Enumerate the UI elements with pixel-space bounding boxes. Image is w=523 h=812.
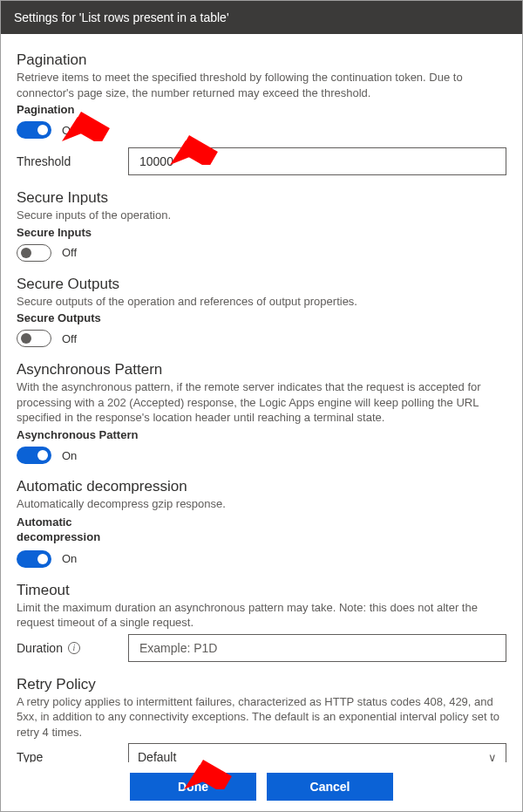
retry-type-select[interactable]: Default ∨ — [128, 743, 506, 762]
threshold-input[interactable] — [128, 147, 506, 175]
async-pattern-heading: Asynchronous Pattern — [17, 361, 506, 379]
section-auto-decompression: Automatic decompression Automatically de… — [17, 478, 506, 568]
retry-type-value: Default — [138, 750, 176, 762]
duration-input[interactable] — [128, 634, 506, 662]
cancel-button[interactable]: Cancel — [267, 773, 393, 801]
secure-outputs-toggle-state: Off — [62, 332, 77, 345]
secure-inputs-label: Secure Inputs — [17, 226, 506, 239]
pagination-toggle-state: On — [62, 124, 77, 137]
retry-type-label: Type — [17, 750, 121, 762]
secure-inputs-heading: Secure Inputs — [17, 189, 506, 207]
done-button[interactable]: Done — [130, 773, 256, 801]
auto-decompression-toggle-state: On — [62, 552, 77, 565]
info-icon[interactable]: i — [68, 642, 80, 654]
secure-outputs-heading: Secure Outputs — [17, 276, 506, 293]
section-retry-policy: Retry Policy A retry policy applies to i… — [17, 676, 506, 762]
pagination-heading: Pagination — [17, 51, 506, 69]
secure-outputs-description: Secure outputs of the operation and refe… — [17, 294, 506, 310]
section-async-pattern: Asynchronous Pattern With the asynchrono… — [17, 361, 506, 464]
auto-decompression-label: Automatic decompression — [17, 515, 112, 545]
secure-inputs-toggle[interactable] — [17, 244, 51, 262]
dialog-footer: Done Cancel — [1, 762, 522, 811]
dialog-content: Pagination Retrieve items to meet the sp… — [1, 34, 522, 762]
duration-label: Duration i — [17, 641, 121, 655]
timeout-description: Limit the maximum duration an asynchrono… — [17, 600, 506, 631]
async-pattern-toggle-state: On — [62, 449, 77, 462]
secure-inputs-toggle-state: Off — [62, 246, 77, 259]
section-timeout: Timeout Limit the maximum duration an as… — [17, 582, 506, 662]
section-pagination: Pagination Retrieve items to meet the sp… — [17, 51, 506, 175]
async-pattern-toggle[interactable] — [17, 447, 51, 464]
toggle-knob-icon — [37, 450, 48, 461]
toggle-knob-icon — [37, 125, 48, 135]
chevron-down-icon: ∨ — [488, 751, 497, 762]
async-pattern-description: With the asynchronous pattern, if the re… — [17, 379, 506, 426]
pagination-description: Retrieve items to meet the specified thr… — [17, 70, 506, 100]
toggle-knob-icon — [21, 248, 31, 258]
auto-decompression-description: Automatically decompress gzip response. — [17, 496, 506, 512]
retry-policy-heading: Retry Policy — [17, 676, 506, 693]
section-secure-inputs: Secure Inputs Secure inputs of the opera… — [17, 189, 506, 262]
pagination-toggle[interactable] — [17, 121, 51, 139]
timeout-heading: Timeout — [17, 582, 506, 599]
auto-decompression-toggle[interactable] — [17, 550, 51, 568]
section-secure-outputs: Secure Outputs Secure outputs of the ope… — [17, 276, 506, 348]
dialog-title: Settings for 'List rows present in a tab… — [1, 1, 522, 34]
auto-decompression-heading: Automatic decompression — [17, 478, 506, 495]
secure-outputs-label: Secure Outputs — [17, 311, 506, 324]
threshold-label: Threshold — [17, 154, 121, 168]
pagination-label: Pagination — [17, 103, 506, 116]
retry-policy-description: A retry policy applies to intermittent f… — [17, 694, 506, 740]
toggle-knob-icon — [37, 554, 48, 564]
secure-inputs-description: Secure inputs of the operation. — [17, 208, 506, 223]
toggle-knob-icon — [21, 333, 31, 344]
async-pattern-label: Asynchronous Pattern — [17, 428, 506, 441]
secure-outputs-toggle[interactable] — [17, 330, 51, 347]
